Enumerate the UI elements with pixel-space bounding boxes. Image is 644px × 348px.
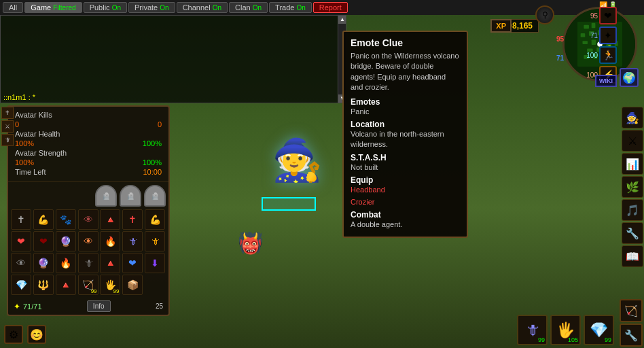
magic-button[interactable]: 🧙	[622, 107, 643, 128]
inv-slot-24[interactable]: 🏹99	[78, 275, 99, 295]
nature-button[interactable]: 🌿	[622, 176, 643, 198]
inv-slot-15[interactable]: 🔮	[33, 253, 54, 273]
tab-clan[interactable]: Clan On	[229, 2, 268, 13]
inv-slot-5[interactable]: ✝	[122, 209, 143, 230]
prayer-orb[interactable]: ✦	[599, 27, 617, 44]
tombstone-2[interactable]: 🪦	[120, 185, 141, 207]
inv-slot-18[interactable]: 🔺	[100, 253, 120, 273]
hp-orb[interactable]: ❤	[599, 7, 617, 24]
location-section-value: Volcano in the north-eastern wilderness.	[351, 129, 460, 150]
tombstone-row: 🪦 🪦 🪦	[8, 182, 168, 207]
inv-slot-1[interactable]: 💪	[33, 209, 54, 230]
tab-channel[interactable]: Channel On	[177, 2, 228, 13]
combat-section-value: A double agent.	[351, 220, 460, 230]
inv-slot-12[interactable]: 🗡	[122, 231, 143, 251]
tab-public[interactable]: Public On	[84, 2, 127, 13]
xp-button[interactable]: XP	[490, 19, 512, 33]
right-bottom-btns: 🏹 🔧	[618, 298, 644, 348]
tab-all[interactable]: All	[3, 2, 23, 13]
right-panel: 🧙 ⚔ 📊 🌿 🎵 🔧 📖	[620, 105, 644, 268]
left-btn-prayer[interactable]: ✝	[1, 107, 14, 119]
inv-slot-6[interactable]: 💪	[145, 209, 165, 230]
equip-item2: Crozier	[351, 197, 460, 207]
kills-label: Avatar Kills	[15, 111, 52, 119]
bottom-slot-0[interactable]: 🗡99	[517, 315, 548, 345]
inv-slot-0[interactable]: ✝	[11, 209, 31, 230]
stash-section-title: S.T.A.S.H	[351, 153, 460, 162]
music-button[interactable]: 🎵	[622, 199, 643, 221]
stash-section-value: Not built	[351, 162, 460, 173]
inv-slot-17[interactable]: 🗡	[78, 253, 99, 273]
kills-val1: 0	[15, 120, 19, 128]
compass[interactable]: ⚲	[535, 5, 554, 24]
strength-val2: 100%	[143, 158, 162, 167]
rb-btn-2[interactable]: 🔧	[620, 324, 643, 347]
inv-slot-19[interactable]: ❤	[122, 253, 143, 273]
tab-game[interactable]: Game Filtered	[24, 2, 82, 13]
chat-area: ▲ ▼ ::n1m1 : *	[0, 15, 346, 103]
info-button[interactable]: Info	[87, 300, 111, 312]
inv-slot-10[interactable]: 👁	[78, 231, 99, 251]
settings-button[interactable]: ⚙	[4, 325, 23, 344]
hp-display: 95	[556, 35, 564, 43]
inv-slot-13[interactable]: 🗡	[145, 231, 165, 251]
left-btn-spell[interactable]: 🗡	[1, 134, 14, 146]
inv-slot-16[interactable]: 🔥	[56, 253, 76, 273]
inventory-grid: ✝💪🐾👁🔺✝💪❤❤🔮👁🔥🗡🗡👁🔮🔥🗡🔺❤⬇💎🔱🔺🏹99🖐99📦	[8, 207, 168, 298]
combat-button[interactable]: ⚔	[622, 130, 643, 152]
left-btn-attack[interactable]: ⚔	[1, 120, 14, 133]
tab-trade[interactable]: Trade On	[269, 2, 312, 13]
inv-slot-21[interactable]: 💎	[11, 275, 31, 295]
emote-face-button[interactable]: 😊	[27, 325, 46, 344]
stats-button[interactable]: 📊	[622, 153, 643, 175]
book-button[interactable]: 📖	[622, 245, 643, 267]
equip-item1: Headband	[351, 185, 460, 195]
bottom-item-bar: 🗡99🖐105💎99	[514, 312, 617, 348]
tab-private[interactable]: Private On	[128, 2, 175, 13]
inv-slot-8[interactable]: ❤	[33, 231, 54, 251]
run-orb[interactable]: 🏃	[599, 46, 617, 64]
emotes-section-value: Panic	[351, 107, 460, 117]
left-action-bar: ✝ ⚔ 🗡	[0, 105, 14, 147]
health-val2: 100%	[143, 139, 162, 147]
run-skill-row: 100 🏃	[584, 46, 617, 64]
inv-slot-2[interactable]: 🐾	[56, 209, 76, 230]
bottom-slot-1[interactable]: 🖐105	[550, 315, 581, 345]
settings2-button[interactable]: 🔧	[622, 222, 643, 244]
tab-report[interactable]: Report	[313, 2, 348, 13]
enemy-sprite[interactable]: 👹	[238, 231, 263, 255]
inv-slot-3[interactable]: 👁	[78, 209, 99, 230]
tombstone-1[interactable]: 🪦	[95, 185, 117, 207]
world-map-button[interactable]: 🌍	[620, 68, 639, 87]
kills-val2: 0	[158, 120, 162, 128]
emotes-section-title: Emotes	[351, 97, 460, 107]
prayer-points: 71/71	[23, 302, 42, 311]
health-label: Avatar Health	[15, 130, 60, 138]
inv-slot-11[interactable]: 🔥	[100, 231, 120, 251]
inv-slot-26[interactable]: 📦	[122, 275, 143, 295]
inv-slot-4[interactable]: 🔺	[100, 209, 120, 230]
inv-slot-9[interactable]: 🔮	[56, 231, 76, 251]
strength-label: Avatar Strength	[15, 149, 67, 157]
inv-slot-22[interactable]: 🔱	[33, 275, 54, 295]
character-sprite[interactable]: 🧙	[272, 136, 323, 184]
inv-slot-25[interactable]: 🖐99	[100, 275, 120, 295]
bottom-slot-2[interactable]: 💎99	[584, 315, 614, 345]
wiki-button[interactable]: WIKI	[595, 75, 617, 87]
inv-slot-14[interactable]: 👁	[11, 253, 31, 273]
prayer-display: 71	[556, 54, 564, 62]
inv-slot-23[interactable]: 🔺	[56, 275, 76, 295]
inv-slot-20[interactable]: ⬇	[145, 253, 165, 273]
scroll-up-arrow[interactable]: ▲	[338, 16, 346, 24]
emote-clue-description: Panic on the Wilderness volcano bridge. …	[351, 51, 460, 93]
location-section-title: Location	[351, 120, 460, 129]
prayer-level: 71	[584, 32, 598, 39]
tombstone-3[interactable]: 🪦	[144, 185, 166, 207]
hp-level: 95	[584, 12, 598, 20]
run-level: 100	[584, 52, 598, 59]
inv-slot-7[interactable]: ❤	[11, 231, 31, 251]
rb-btn-1[interactable]: 🏹	[620, 299, 643, 322]
avatar-kills-row: Avatar Kills	[15, 111, 162, 119]
chat-input[interactable]: ::n1m1 : *	[3, 93, 35, 101]
equip-section-title: Equip	[351, 175, 460, 185]
